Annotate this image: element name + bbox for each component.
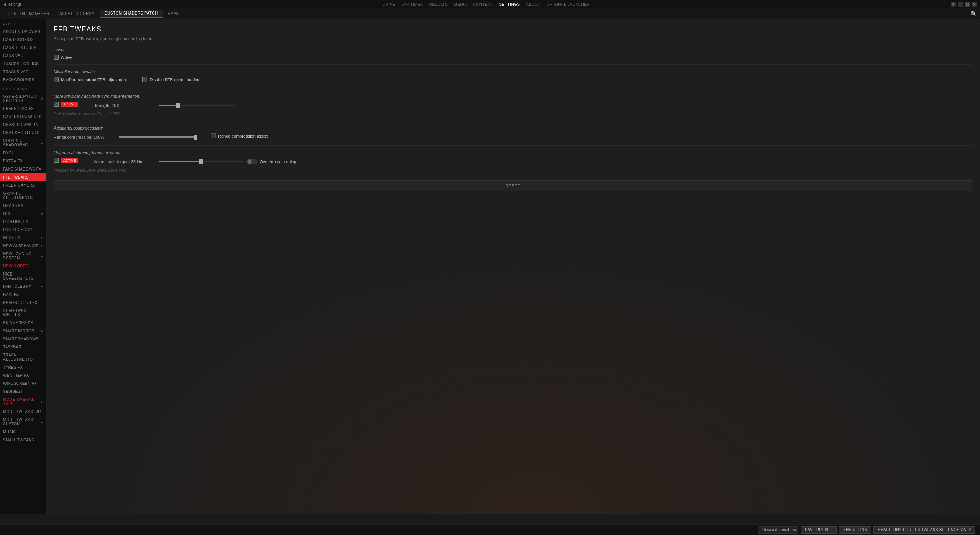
sidebar-item-gui[interactable]: GUI▶ [0, 210, 46, 218]
sidebar-item-rain-fx[interactable]: RAIN FX [0, 290, 46, 299]
sidebar-item-extra-fx[interactable]: EXTRA FX [0, 157, 46, 165]
sidebar-item-smart-mirror[interactable]: SMART MIRROR▶ [0, 327, 46, 335]
strength-label: Strength: 25% [94, 103, 155, 108]
checkmark-icon: ✓ [143, 78, 146, 82]
sidebar-item-cars-textures[interactable]: CARS TEXTURES [0, 44, 46, 52]
divider-4 [54, 145, 972, 146]
maximize-button[interactable]: □ [965, 2, 970, 7]
share-link-button[interactable]: Share link [839, 526, 871, 534]
override-toggle[interactable] [247, 159, 258, 164]
share-ffb-link-button[interactable]: Share link for FFB Tweaks settings only [873, 526, 975, 534]
steering-active-row: ✓ Active [54, 158, 78, 163]
sidebar-item-logitech[interactable]: LOGITECH G27 [0, 226, 46, 234]
sidebar-item-shadowed-wheels[interactable]: SHADOWED WHEELS [0, 307, 46, 319]
torque-slider[interactable] [159, 161, 243, 162]
back-icon[interactable]: ◀ [3, 2, 6, 7]
tab-custom-shaders-patch[interactable]: CUSTOM SHADERS PATCH [100, 10, 162, 18]
sidebar-item-colorful-shadowing[interactable]: COLORFUL SHADOWING▶ [0, 137, 46, 149]
sidebar-item-reflections-fx[interactable]: REFLECTIONS FX [0, 299, 46, 307]
steering-active-checkbox[interactable]: ✓ [54, 158, 59, 163]
tab-apps[interactable]: APPS [163, 10, 184, 17]
sidebar-item-backgrounds[interactable]: BACKGROUNDS [0, 76, 46, 84]
sidebar-item-dxgi[interactable]: DXGI [0, 149, 46, 157]
sidebar-item-general-patch[interactable]: GENERAL PATCH SETTINGS▶ [0, 92, 46, 105]
steering-label: Output real steering forces to wheel: [54, 150, 972, 155]
sidebar-item-taskbar[interactable]: TASKBAR [0, 343, 46, 351]
sidebar-item-chat-shortcuts[interactable]: CHAT SHORTCUTS [0, 129, 46, 137]
close-button[interactable]: ✕ [972, 2, 977, 7]
sidebar-item-about-updates[interactable]: ABOUT & UPDATES [0, 28, 46, 36]
window-controls[interactable]: ≡ — □ ✕ [951, 2, 977, 7]
sidebar-item-new-loading[interactable]: NEW LOADING SCREEN▶ [0, 250, 46, 262]
sidebar-item-cars-configs[interactable]: CARS CONFIGS [0, 36, 46, 44]
sidebar-item-yebisest[interactable]: YEBISEST [0, 387, 46, 396]
divider-1 [54, 64, 972, 65]
active-checkbox[interactable]: ✓ [54, 55, 59, 60]
nav-media[interactable]: MEDIA [454, 2, 467, 7]
preset-select[interactable]: Unsaved preset [758, 526, 798, 534]
sidebar-item-smart-shadows[interactable]: SMART SHADOWS [0, 335, 46, 343]
save-preset-button[interactable]: Save preset [801, 526, 837, 534]
sidebar-item-fake-shadows[interactable]: FAKE SHADOWS FX [0, 165, 46, 173]
sidebar-item-chaser-camera[interactable]: CHASER CAMERA [0, 121, 46, 129]
gyro-label: More physically accurate gyro implementa… [54, 94, 972, 98]
app-title: settings [8, 2, 21, 7]
sidebar-item-freer-camera[interactable]: FREER CAMERA [0, 181, 46, 189]
tab-content-manager[interactable]: CONTENT MANAGER [3, 10, 54, 17]
sidebar-item-grass-fx[interactable]: GRASS FX [0, 202, 46, 210]
sidebar-item-tracks-vao[interactable]: TRACKS VAO [0, 68, 46, 76]
sidebar-item-tyres-fx[interactable]: TYRES FX [0, 363, 46, 371]
sidebar-item-neck-fx[interactable]: NECK FX▶ [0, 234, 46, 242]
nav-original[interactable]: ORIGINAL LAUNCHER [547, 2, 590, 7]
sidebar-item-small-tweaks[interactable]: SMALL TWEAKS [0, 436, 46, 444]
sidebar-item-tracks-configs[interactable]: TRACKS CONFIGS [0, 60, 46, 68]
active-label: Active [61, 55, 72, 60]
sidebar-item-mode-tweaks-triple[interactable]: MODE TWEAKS: TRIPLE▶ [0, 396, 46, 408]
reset-button[interactable]: Reset [506, 184, 520, 188]
sidebar-item-weather-fx[interactable]: WEATHER FX [0, 371, 46, 379]
range-slider[interactable] [119, 136, 195, 138]
menu-icon[interactable]: ≡ [951, 2, 956, 7]
nav-results[interactable]: RESULTS [429, 2, 448, 7]
search-icon[interactable]: 🔍 [970, 11, 977, 17]
sidebar-item-cars-vao[interactable]: CARS VAO [0, 52, 46, 60]
steering-active-badge: Active [61, 158, 78, 163]
dd-hint: Intended for Direct Drive Wheel users on… [54, 168, 972, 172]
sidebar-item-nice-screenshots[interactable]: NICE SCREENSHOTS [0, 270, 46, 282]
divider-2 [54, 89, 972, 89]
sidebar-item-ffb-tweaks[interactable]: FFB TWEAKS [0, 173, 46, 181]
sidebar-item-new-ai[interactable]: NEW AI BEHAVIOR▶ [0, 242, 46, 250]
sidebar-item-lighting-fx[interactable]: LIGHTING FX [0, 218, 46, 226]
sidebar-item-track-adjustments[interactable]: TRACK ADJUSTMENTS [0, 351, 46, 363]
disable-ffb-checkbox[interactable]: ✓ [142, 77, 147, 82]
checkmark-icon: ✓ [55, 78, 58, 82]
tab-bar: CONTENT MANAGER ASSETTO CORSA CUSTOM SHA… [0, 8, 980, 19]
range-assist-checkbox[interactable] [211, 133, 216, 138]
checkmark-icon: ✓ [55, 159, 58, 162]
macpherson-checkbox[interactable]: ✓ [54, 77, 59, 82]
nav-about[interactable]: ABOUT [526, 2, 540, 7]
patch-section-title: Patch [0, 19, 46, 28]
sidebar-item-particles-fx[interactable]: PARTICLES FX▶ [0, 282, 46, 290]
disable-ffb-label: Disable FFB during loading [149, 77, 200, 82]
sidebar-item-new-modes[interactable]: NEW MODES [0, 262, 46, 270]
minimize-button[interactable]: — [958, 2, 963, 7]
nav-content[interactable]: CONTENT [473, 2, 493, 7]
sidebar-item-music[interactable]: MUSIC [0, 428, 46, 436]
sidebar-item-windscreen-fx[interactable]: WINDSCREEN FX [0, 379, 46, 387]
sidebar-item-mode-tweaks-vr[interactable]: MODE TWEAKS: VR [0, 408, 46, 416]
extensions-section-title: Extensions [0, 84, 46, 92]
nav-drive[interactable]: DRIVE [382, 2, 395, 7]
sidebar-item-mode-tweaks-custom[interactable]: MODE TWEAKS: CUSTOM▶ [0, 416, 46, 428]
sidebar-item-brake-disc[interactable]: BRAKE DISC FX [0, 105, 46, 113]
sidebar-item-car-instruments[interactable]: CAR INSTRUMENTS [0, 113, 46, 121]
macpherson-label: MacPherson struct FFB adjustment [61, 77, 127, 82]
nav-laptimes[interactable]: LAP TIMES [401, 2, 423, 7]
gyro-active-checkbox[interactable]: ✓ [54, 102, 59, 107]
nav-settings[interactable]: SETTINGS [499, 2, 520, 7]
strength-slider[interactable] [159, 105, 235, 106]
tab-assetto-corsa[interactable]: ASSETTO CORSA [55, 10, 99, 17]
sidebar-item-graphic-adjustments[interactable]: GRAPHIC ADJUSTMENTS [0, 189, 46, 202]
bottom-bar: Unsaved preset Save preset Share link Sh… [0, 524, 980, 535]
sidebar-item-skidmarks[interactable]: SKIDMARKS FX [0, 319, 46, 327]
